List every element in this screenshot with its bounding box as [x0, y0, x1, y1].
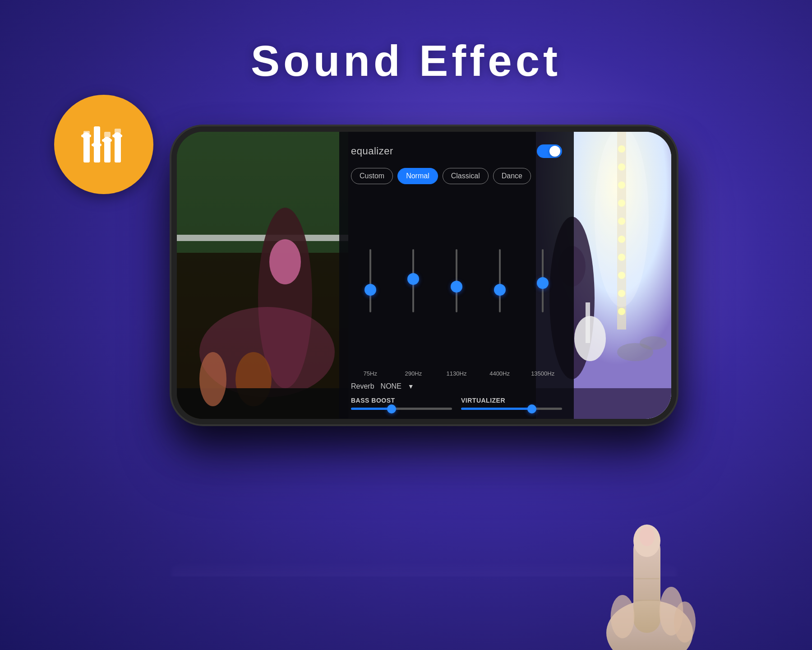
eq-band-4-track-container[interactable] — [480, 195, 519, 367]
reverb-dropdown-arrow-icon[interactable]: ▼ — [408, 383, 414, 390]
toggle-knob — [549, 146, 560, 157]
eq-band-3-freq: 1130Hz — [447, 370, 467, 377]
eq-band-5-thumb[interactable] — [537, 277, 549, 289]
eq-band-1: 75Hz — [351, 195, 390, 377]
svg-point-9 — [83, 132, 90, 139]
virtualizer-thumb[interactable] — [527, 404, 536, 413]
svg-point-15 — [114, 132, 121, 139]
svg-point-56 — [674, 601, 696, 642]
svg-point-40 — [595, 132, 649, 307]
eq-band-4-track — [499, 249, 501, 312]
concert-scene-left — [177, 132, 348, 419]
eq-band-1-track — [369, 249, 371, 312]
reverb-row: Reverb NONE ▼ — [351, 382, 562, 390]
reverb-value[interactable]: NONE — [381, 382, 401, 390]
eq-band-2: 290Hz — [394, 195, 433, 377]
eq-band-3-track-container[interactable] — [437, 195, 476, 367]
eq-band-1-thumb[interactable] — [364, 284, 376, 296]
eq-band-4-thumb[interactable] — [494, 284, 506, 296]
preset-normal-button[interactable]: Normal — [397, 168, 438, 184]
preset-classical-button[interactable]: Classical — [443, 168, 489, 184]
eq-header: equalizer — [351, 144, 562, 158]
eq-band-4-freq: 4400Hz — [489, 370, 510, 377]
fx-controls-row: BASS BOOST VIRTUALIZER — [351, 397, 562, 410]
eq-band-5-freq: 13500Hz — [531, 370, 554, 377]
hand-pointer — [595, 492, 704, 636]
preset-buttons-row: Custom Normal Classical Dance — [351, 168, 562, 184]
bass-boost-thumb[interactable] — [387, 404, 396, 413]
bass-boost-label: BASS BOOST — [351, 397, 452, 404]
eq-panel: equalizer Custom Normal Classical Dance — [339, 132, 574, 419]
eq-band-2-freq: 290Hz — [405, 370, 422, 377]
eq-band-1-track-container[interactable] — [351, 195, 390, 367]
hand-icon — [595, 492, 704, 650]
eq-title-label: equalizer — [351, 145, 393, 157]
svg-point-22 — [269, 239, 301, 284]
eq-icon-circle — [54, 95, 153, 194]
eq-band-3-track — [456, 249, 457, 312]
eq-band-2-thumb[interactable] — [407, 273, 419, 285]
eq-band-3: 1130Hz — [437, 195, 476, 377]
eq-band-4: 4400Hz — [480, 195, 519, 377]
eq-band-3-thumb[interactable] — [451, 281, 462, 292]
eq-band-5-track — [542, 249, 544, 312]
reverb-label: Reverb — [351, 382, 374, 390]
svg-point-39 — [618, 308, 625, 315]
svg-point-46 — [640, 336, 667, 350]
phone-body: equalizer Custom Normal Classical Dance — [171, 126, 677, 424]
bass-boost-col: BASS BOOST — [351, 397, 452, 410]
eq-band-5: 13500Hz — [523, 195, 562, 377]
svg-point-11 — [93, 141, 100, 149]
eq-band-5-track-container[interactable] — [523, 195, 562, 367]
svg-rect-19 — [177, 235, 348, 241]
svg-point-26 — [199, 352, 226, 406]
preset-custom-button[interactable]: Custom — [351, 168, 393, 184]
photo-left — [177, 132, 348, 419]
bass-boost-track[interactable] — [351, 408, 452, 410]
svg-rect-0 — [83, 135, 90, 162]
virtualizer-label: VIRTUALIZER — [461, 397, 562, 404]
page-title: Sound Effect — [251, 36, 561, 86]
svg-point-51 — [639, 527, 655, 546]
eq-band-2-track — [412, 249, 414, 312]
svg-rect-5 — [104, 132, 111, 137]
eq-toggle[interactable] — [537, 144, 562, 158]
equalizer-bars-icon — [81, 126, 126, 162]
svg-rect-44 — [586, 302, 590, 343]
svg-point-54 — [611, 595, 635, 638]
svg-point-13 — [103, 137, 111, 144]
eq-band-2-track-container[interactable] — [394, 195, 433, 367]
eq-sliders-area: 75Hz 290Hz — [351, 195, 562, 377]
virtualizer-col: VIRTUALIZER — [461, 397, 562, 410]
eq-band-1-freq: 75Hz — [364, 370, 377, 377]
virtualizer-track[interactable] — [461, 408, 562, 410]
svg-rect-18 — [177, 132, 348, 253]
preset-dance-button[interactable]: Dance — [493, 168, 531, 184]
